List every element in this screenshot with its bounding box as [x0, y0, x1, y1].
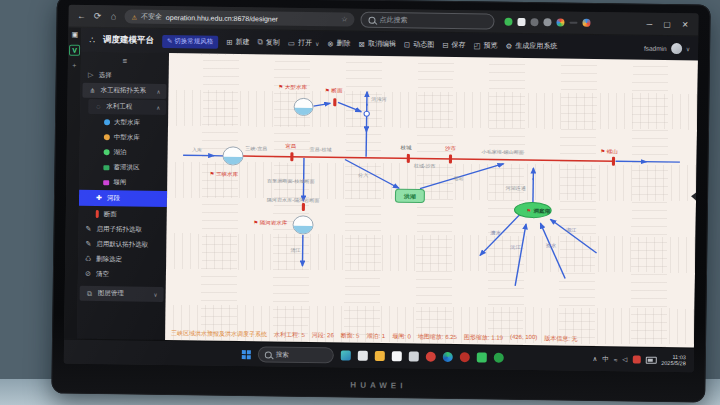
open-button[interactable]: ▭ 打开 ∨	[288, 38, 320, 48]
minimize-button[interactable]: ─	[646, 19, 652, 28]
sidebar-item-large-reservoir[interactable]: 大型水库	[80, 115, 168, 130]
app-icon-wps[interactable]	[392, 351, 402, 361]
taskbar-search[interactable]: 搜索	[258, 346, 334, 363]
generate-app-button[interactable]: ⚙ 生成应用系统	[506, 41, 558, 52]
app-icon-wechat[interactable]	[477, 352, 487, 362]
sidebar-item-delete-selected[interactable]: ♺ 删除选定	[78, 252, 166, 267]
app-icon-document[interactable]	[358, 351, 368, 361]
close-button[interactable]: ✕	[682, 20, 689, 29]
user-menu-chevron-icon[interactable]: ∨	[686, 45, 691, 52]
new-button[interactable]: ⊞ 新建	[226, 37, 249, 47]
svg-text:河湖连通: 河湖连通	[505, 185, 526, 192]
sidebar-item-select[interactable]: ▷ 选择	[81, 68, 169, 83]
app-icon-red[interactable]	[426, 352, 436, 362]
browser-profile-avatar[interactable]	[582, 19, 590, 27]
maximize-button[interactable]: ▢	[663, 19, 671, 28]
chevron-up-icon: ∧	[156, 104, 160, 110]
lake-node-dongting[interactable]: ⚑ 洞庭湖	[514, 202, 551, 218]
svg-text:沮漳河: 沮漳河	[371, 96, 387, 103]
reach-icon: ✚	[95, 194, 103, 202]
svg-text:澧水: 澧水	[490, 230, 501, 236]
svg-text:百里洲断面-枝城断面: 百里洲断面-枝城断面	[267, 178, 315, 185]
extension-icon-clock[interactable]	[543, 18, 551, 26]
app-icon-photos[interactable]	[409, 351, 419, 361]
tray-expand-icon[interactable]: ∧	[592, 355, 597, 363]
preview-icon: ◰	[473, 41, 480, 50]
bookmark-star-icon[interactable]: ☆	[341, 15, 347, 23]
v-extension-icon[interactable]: V	[69, 45, 80, 56]
app-icon-widgets[interactable]	[341, 350, 351, 360]
reservoir-node-large[interactable]	[294, 98, 313, 115]
wifi-icon[interactable]: ≈	[614, 356, 618, 363]
sidebar-item-lake[interactable]: 湖泊	[80, 145, 168, 160]
extension-overflow-icon[interactable]	[569, 22, 577, 24]
ime-indicator[interactable]: 中	[602, 355, 609, 364]
sidebar-item-flood-area[interactable]: 蓄滞洪区	[79, 160, 167, 175]
copy-button[interactable]: ⧉ 复制	[257, 37, 279, 47]
extension-icons	[504, 18, 590, 27]
extension-icon-gray[interactable]	[530, 18, 538, 26]
sidebar-item-reach[interactable]: ✚ 河段	[79, 190, 167, 207]
app-icon-edge[interactable]	[443, 352, 453, 362]
sidebar-item-weir-gate[interactable]: 堰闸	[79, 175, 167, 190]
designer-canvas[interactable]: 洪湖 ⚑ 洞庭湖 ⚑ 大型水库 ⚑ 断面	[165, 53, 698, 347]
search-icon	[265, 351, 272, 358]
extension-icon-doc[interactable]	[517, 18, 525, 26]
svg-text:清江: 清江	[290, 248, 300, 254]
url-text: operation.hhu.edu.cn:8678/designer	[166, 13, 278, 22]
sidebar-item-clear[interactable]: ⊘ 清空	[78, 267, 166, 282]
sidebar-item-section[interactable]: 断面	[79, 207, 167, 222]
battery-icon[interactable]	[645, 356, 656, 363]
laptop-brand-logo: HUAWEI	[51, 376, 705, 394]
reservoir-node-geheyan[interactable]	[293, 216, 313, 234]
volume-icon[interactable]: ◁	[622, 355, 627, 363]
svg-text:枝城-沙市: 枝城-沙市	[413, 163, 436, 170]
delete-button[interactable]: ⊗ 删除	[327, 38, 350, 48]
sidebar-group-project[interactable]: ◌ 水利工程 ∧	[88, 99, 166, 115]
app-logo-icon: ∴	[89, 35, 95, 45]
flood-area-icon	[103, 165, 109, 170]
preview-button[interactable]: ◰ 预览	[473, 40, 497, 50]
svg-text:⚑ 螺山: ⚑ 螺山	[600, 148, 618, 154]
app-icon-green-phone[interactable]	[494, 353, 504, 363]
quick-search-pill[interactable]: 点此搜索	[360, 12, 494, 30]
extension-icon-profile[interactable]	[556, 18, 564, 26]
taskbar-clock[interactable]: 11:03 2025/5/28	[661, 353, 686, 366]
sidebar-group-topology[interactable]: ⋔ 水工程拓扑关系 ∧	[82, 83, 166, 99]
windows-start-button[interactable]	[242, 350, 251, 359]
stat-sections: 断面: 5	[341, 331, 360, 340]
svg-text:宜昌-枝城: 宜昌-枝城	[310, 146, 332, 153]
tray-app-icon[interactable]	[632, 356, 640, 364]
svg-text:沅江: 沅江	[510, 244, 521, 251]
back-icon[interactable]: ←	[76, 11, 86, 21]
sidebar-item-default-topology[interactable]: ✎ 启用默认拓扑选取	[78, 237, 166, 252]
cancel-edit-button[interactable]: ⊠ 取消编辑	[359, 39, 396, 50]
app-icon-red2[interactable]	[460, 352, 470, 362]
save-button[interactable]: ⊟ 保存	[442, 40, 465, 50]
sidebar-item-medium-reservoir[interactable]: 中型水库	[80, 130, 168, 145]
cursor-icon: ▷	[87, 71, 95, 79]
refresh-icon[interactable]: ⟳	[92, 11, 102, 21]
svg-text:⚑ 三峡水库: ⚑ 三峡水库	[209, 171, 238, 177]
junction-node[interactable]	[364, 111, 369, 116]
sidebar-item-layer-management[interactable]: ⧉ 图层管理 ∨	[80, 286, 164, 302]
taskbar-apps	[341, 350, 504, 362]
reservoir-node-sanxia[interactable]	[223, 147, 243, 165]
address-bar[interactable]: ⚠ 不安全 operation.hhu.edu.cn:8678/designer…	[124, 9, 354, 26]
flood-area-node[interactable]: 洪湖	[395, 189, 424, 202]
switch-style-badge[interactable]: ✎ 切换常规风格	[162, 34, 218, 48]
app-icon-file-explorer[interactable]	[375, 351, 385, 361]
home-icon[interactable]: ⌂	[108, 11, 118, 21]
extension-icon-green[interactable]	[504, 18, 512, 26]
new-icon: ⊞	[226, 37, 232, 46]
trash-icon: ♺	[84, 255, 92, 263]
svg-text:⚑ 大型水库: ⚑ 大型水库	[278, 84, 307, 91]
app-title: 调度建模平台	[103, 34, 154, 47]
avatar[interactable]	[671, 43, 682, 54]
sidebar-collapse-button[interactable]: ≡	[81, 54, 169, 68]
panel-icon[interactable]: ▣	[71, 31, 78, 39]
add-icon[interactable]: +	[72, 62, 76, 69]
dynamic-graph-button[interactable]: ⊡ 动态图	[404, 39, 434, 49]
panel-collapse-arrow[interactable]	[691, 192, 696, 200]
sidebar-item-sub-topology[interactable]: ✎ 启用子拓扑选取	[78, 222, 166, 237]
